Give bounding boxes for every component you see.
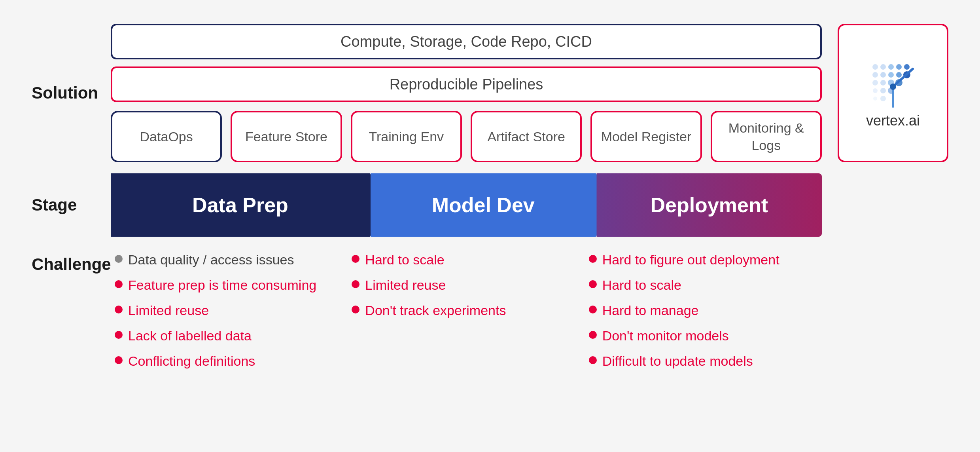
stage-row: Stage Data Prep Model Dev Deployment (32, 173, 948, 237)
bullet-icon (115, 331, 123, 339)
component-feature-store: Feature Store (231, 111, 342, 162)
stage-vertex-spacer (838, 173, 948, 237)
bullet-icon (115, 255, 123, 263)
arrow-container: Data Prep Model Dev Deployment (111, 173, 822, 237)
vertex-label: vertex.ai (866, 112, 920, 129)
challenge-item: Don't monitor models (589, 327, 810, 345)
slide: Solution Compute, Storage, Code Repo, CI… (0, 0, 980, 452)
bullet-icon (352, 255, 359, 263)
svg-point-15 (880, 88, 886, 93)
challenge-col-deployment: Hard to figure out deployment Hard to sc… (585, 251, 822, 377)
challenge-text: Data quality / access issues (128, 251, 294, 269)
svg-point-7 (888, 72, 894, 78)
component-training-env: Training Env (351, 111, 462, 162)
challenge-row: Challenge Data quality / access issues F… (32, 251, 948, 377)
stage-model-dev: Model Dev (371, 173, 620, 237)
svg-point-0 (872, 64, 878, 70)
challenge-text: Hard to scale (602, 276, 681, 294)
bullet-icon (589, 306, 597, 313)
svg-point-6 (880, 72, 886, 78)
svg-point-4 (904, 64, 910, 70)
challenge-text: Limited reuse (128, 302, 209, 320)
component-artifact-store: Artifact Store (471, 111, 582, 162)
stage-data-prep: Data Prep (111, 173, 394, 237)
challenge-item: Limited reuse (352, 276, 573, 294)
challenge-item: Limited reuse (115, 302, 336, 320)
bullet-icon (352, 280, 359, 288)
challenge-col-data-prep: Data quality / access issues Feature pre… (111, 251, 348, 377)
solution-label: Solution (32, 24, 111, 162)
bullet-icon (115, 280, 123, 288)
challenge-item: Feature prep is time consuming (115, 276, 336, 294)
bullet-icon (589, 280, 597, 288)
banner-compute: Compute, Storage, Code Repo, CICD (111, 24, 822, 59)
vertex-box: vertex.ai (838, 24, 948, 162)
component-boxes: DataOps Feature Store Training Env Artif… (111, 111, 822, 162)
challenge-item: Don't track experiments (352, 302, 573, 320)
challenge-label: Challenge (32, 251, 111, 377)
svg-point-17 (873, 97, 877, 101)
component-dataops: DataOps (111, 111, 222, 162)
svg-point-2 (888, 64, 894, 70)
challenge-text: Limited reuse (365, 276, 446, 294)
challenge-col-model-dev: Hard to scale Limited reuse Don't track … (348, 251, 585, 377)
challenge-item: Conflicting definitions (115, 352, 336, 370)
challenge-text: Hard to scale (365, 251, 444, 269)
challenge-text: Hard to figure out deployment (602, 251, 779, 269)
stage-deployment: Deployment (596, 173, 822, 237)
bullet-icon (589, 331, 597, 339)
challenge-item: Hard to scale (589, 276, 810, 294)
challenge-text: Don't monitor models (602, 327, 729, 345)
banner-pipelines: Reproducible Pipelines (111, 66, 822, 102)
svg-point-5 (872, 72, 878, 78)
challenge-item: Hard to scale (352, 251, 573, 269)
svg-point-10 (872, 80, 878, 85)
svg-point-3 (896, 64, 902, 70)
challenge-vertex-spacer (838, 251, 948, 377)
bullet-icon (115, 356, 123, 364)
challenge-text: Conflicting definitions (128, 352, 255, 370)
challenge-item: Difficult to update models (589, 352, 810, 370)
stage-content: Data Prep Model Dev Deployment (111, 173, 830, 237)
challenge-text: Feature prep is time consuming (128, 276, 316, 294)
vertex-logo-svg (861, 57, 925, 108)
svg-point-14 (873, 88, 878, 93)
bullet-icon (589, 255, 597, 263)
svg-point-11 (880, 80, 886, 85)
bullet-icon (589, 356, 597, 364)
solution-row: Solution Compute, Storage, Code Repo, CI… (32, 24, 948, 162)
challenge-text: Hard to manage (602, 302, 699, 320)
component-monitoring: Monitoring & Logs (711, 111, 822, 162)
bullet-icon (115, 306, 123, 313)
challenge-item: Hard to manage (589, 302, 810, 320)
challenge-text: Lack of labelled data (128, 327, 252, 345)
svg-point-21 (890, 84, 896, 90)
challenge-item: Lack of labelled data (115, 327, 336, 345)
solution-content: Compute, Storage, Code Repo, CICD Reprod… (111, 24, 830, 162)
svg-point-1 (880, 64, 886, 70)
stage-label: Stage (32, 173, 111, 237)
challenge-text: Difficult to update models (602, 352, 753, 370)
component-model-register: Model Register (590, 111, 702, 162)
svg-point-8 (896, 72, 902, 78)
svg-point-18 (880, 96, 886, 101)
bullet-icon (352, 306, 359, 313)
challenge-text: Don't track experiments (365, 302, 506, 320)
challenge-item: Data quality / access issues (115, 251, 336, 269)
challenge-item: Hard to figure out deployment (589, 251, 810, 269)
svg-line-19 (893, 69, 913, 87)
challenge-content: Data quality / access issues Feature pre… (111, 251, 830, 377)
